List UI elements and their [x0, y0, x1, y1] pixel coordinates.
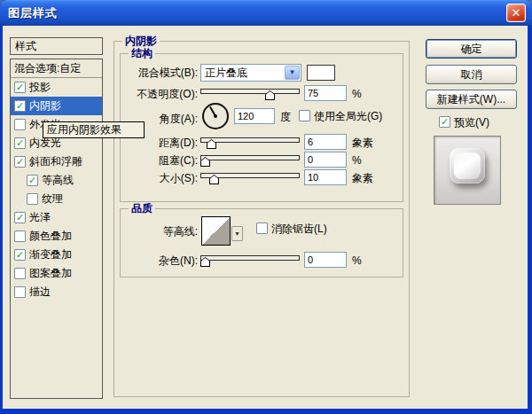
effect-label: 颜色叠加: [29, 229, 72, 244]
quality-legend: 品质: [129, 202, 155, 215]
titlebar[interactable]: 图层样式 ✕: [0, 0, 532, 26]
noise-slider[interactable]: [200, 254, 300, 268]
slider-thumb[interactable]: [200, 257, 210, 267]
size-label: 大小(S):: [121, 169, 198, 187]
effect-label: 纹理: [42, 191, 63, 207]
opacity-input[interactable]: [304, 85, 347, 101]
blend-mode-label: 混合模式(B):: [121, 64, 198, 82]
chevron-down-icon[interactable]: ▼: [285, 66, 300, 80]
effect-label: 内阴影: [29, 98, 61, 113]
list-item[interactable]: ✓ 纹理: [11, 190, 102, 208]
list-item[interactable]: ✓ 等高线: [11, 171, 102, 190]
ok-button[interactable]: 确定: [426, 39, 517, 59]
layer-style-dialog: 图层样式 ✕ 样式 混合选项:自定 ✓ 投影 ✓ 内阴影 ✓ 外发光 ✓ 内发光: [0, 0, 532, 414]
slider-track[interactable]: [200, 155, 300, 160]
effect-checkbox[interactable]: ✓: [14, 100, 26, 112]
check-icon: ✓: [28, 175, 36, 185]
slider-thumb[interactable]: [207, 139, 216, 149]
effect-checkbox[interactable]: ✓: [14, 137, 26, 149]
effect-label: 图案叠加: [29, 266, 72, 281]
preview-button-image: [450, 148, 485, 184]
effect-label: 渐变叠加: [29, 247, 72, 262]
slider-thumb[interactable]: [265, 90, 275, 100]
list-item[interactable]: ✓ 内阴影: [11, 97, 102, 115]
opacity-slider[interactable]: [200, 87, 300, 101]
blend-mode-value: 正片叠底: [201, 66, 284, 81]
anti-alias-checkbox[interactable]: ✓: [256, 223, 268, 234]
angle-unit: 度: [280, 108, 291, 126]
effect-checkbox[interactable]: ✓: [27, 175, 38, 186]
check-icon: ✓: [16, 156, 24, 167]
choke-input[interactable]: [304, 152, 347, 168]
effect-label: 投影: [29, 80, 51, 95]
panel-title: 内阴影: [122, 35, 160, 47]
list-item[interactable]: ✓ 投影: [11, 78, 102, 97]
distance-input[interactable]: [304, 134, 347, 150]
effect-checkbox[interactable]: ✓: [14, 212, 26, 223]
style-effect-list[interactable]: 混合选项:自定 ✓ 投影 ✓ 内阴影 ✓ 外发光 ✓ 内发光 ✓ 斜面和浮雕 ✓…: [10, 59, 103, 399]
noise-label: 杂色(N):: [121, 252, 198, 269]
cancel-button[interactable]: 取消: [426, 65, 517, 84]
effect-label: 混合选项:自定: [14, 61, 81, 76]
contour-dropdown-icon[interactable]: ▼: [231, 226, 243, 241]
check-icon: ✓: [16, 249, 24, 260]
contour-thumbnail[interactable]: [201, 216, 231, 246]
check-icon: ✓: [16, 82, 24, 92]
slider-thumb[interactable]: [200, 157, 210, 167]
close-icon[interactable]: ✕: [506, 4, 526, 22]
list-item[interactable]: ✓ 图案叠加: [11, 264, 102, 283]
choke-unit: %: [352, 152, 362, 169]
styles-panel-header: 样式: [10, 37, 103, 55]
list-item[interactable]: ✓ 斜面和浮雕: [11, 152, 102, 171]
effect-label: 斜面和浮雕: [29, 154, 82, 169]
slider-track[interactable]: [200, 89, 300, 94]
contour-label: 等高线:: [121, 223, 198, 240]
effect-checkbox[interactable]: ✓: [27, 193, 38, 205]
effect-checkbox[interactable]: ✓: [14, 230, 26, 242]
check-icon: ✓: [16, 100, 24, 111]
global-light-checkbox[interactable]: ✓: [299, 110, 310, 121]
tooltip: 应用内阴影效果: [43, 121, 145, 138]
preview-checkbox[interactable]: ✓: [439, 116, 450, 128]
size-input[interactable]: [304, 169, 347, 185]
size-slider[interactable]: [200, 171, 300, 185]
dial-hub: [214, 114, 217, 118]
list-item[interactable]: ✓ 颜色叠加: [11, 227, 102, 246]
distance-unit: 象素: [352, 134, 373, 152]
style-preview-thumbnail: [434, 136, 501, 205]
list-item[interactable]: 混合选项:自定: [11, 59, 102, 78]
list-item[interactable]: ✓ 描边: [11, 283, 102, 301]
preview-button-face: [454, 152, 481, 179]
choke-slider[interactable]: [200, 153, 300, 168]
effect-label: 等高线: [42, 173, 74, 188]
window-title: 图层样式: [0, 5, 58, 21]
angle-dial[interactable]: [202, 103, 229, 129]
slider-track[interactable]: [200, 255, 300, 261]
list-item[interactable]: ✓ 光泽: [11, 208, 102, 227]
effect-checkbox[interactable]: ✓: [14, 249, 26, 261]
blend-mode-select[interactable]: 正片叠底 ▼: [200, 64, 301, 82]
angle-input[interactable]: [234, 108, 275, 124]
preview-label: 预览(V): [454, 116, 489, 129]
effect-label: 光泽: [29, 210, 51, 225]
global-light-label: 使用全局光(G): [314, 110, 382, 122]
size-unit: 象素: [352, 169, 373, 187]
effect-checkbox[interactable]: ✓: [14, 82, 26, 93]
opacity-label: 不透明度(O):: [121, 85, 198, 103]
distance-slider[interactable]: [200, 136, 300, 150]
structure-legend: 结构: [129, 47, 155, 59]
effect-label: 描边: [29, 285, 51, 300]
opacity-unit: %: [352, 85, 362, 103]
effect-checkbox[interactable]: ✓: [14, 286, 26, 298]
new-style-button[interactable]: 新建样式(W)...: [426, 90, 517, 109]
effect-checkbox[interactable]: ✓: [14, 156, 26, 168]
effect-checkbox[interactable]: ✓: [14, 119, 26, 130]
dialog-body: 样式 混合选项:自定 ✓ 投影 ✓ 内阴影 ✓ 外发光 ✓ 内发光 ✓ 斜面和浮…: [3, 26, 528, 409]
effect-checkbox[interactable]: ✓: [14, 268, 26, 279]
check-icon: ✓: [16, 137, 24, 148]
shadow-color-swatch[interactable]: [307, 65, 335, 81]
choke-label: 阻塞(C):: [121, 152, 198, 169]
noise-input[interactable]: [304, 252, 347, 268]
list-item[interactable]: ✓ 渐变叠加: [11, 246, 102, 264]
slider-thumb[interactable]: [209, 175, 219, 184]
